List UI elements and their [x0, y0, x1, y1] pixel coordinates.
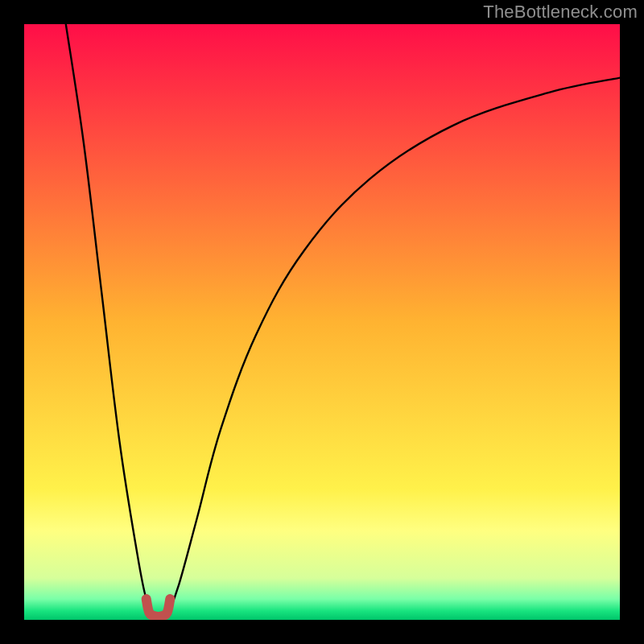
- curve-left: [66, 24, 155, 617]
- plot-area: [24, 24, 620, 620]
- minimum-marker: [147, 599, 171, 617]
- curves-layer: [24, 24, 620, 620]
- outer-frame: TheBottleneck.com: [0, 0, 644, 644]
- watermark-text: TheBottleneck.com: [483, 2, 638, 23]
- curve-right: [167, 78, 620, 617]
